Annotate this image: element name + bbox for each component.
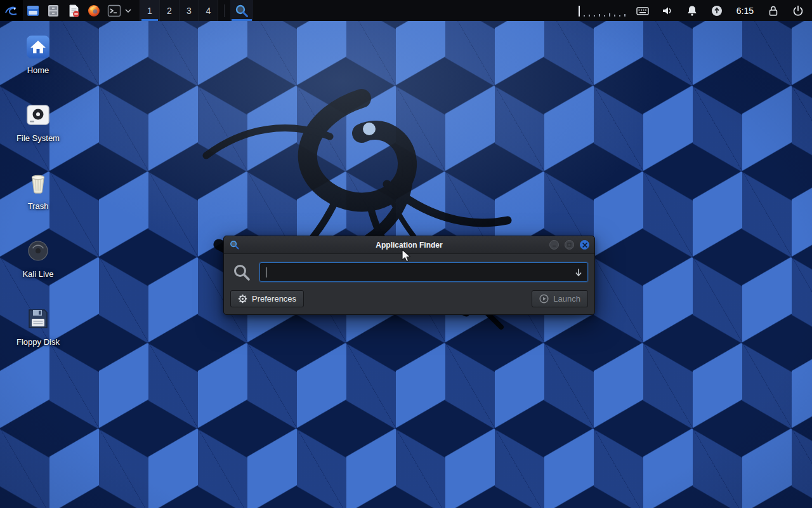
desktop-icon-column: Home File System Trash Kali Live <box>8 33 69 347</box>
minimize-icon <box>552 243 556 247</box>
top-panel: 1 2 3 4 <box>0 0 812 21</box>
bell-icon[interactable] <box>684 2 700 19</box>
floppy-icon <box>24 305 52 333</box>
launcher-menu-caret[interactable] <box>124 2 132 19</box>
panel-right: 6:15 <box>579 0 812 21</box>
taskbar-app-finder[interactable] <box>230 0 253 21</box>
launch-label: Launch <box>553 294 580 304</box>
kali-menu-button[interactable] <box>0 0 23 21</box>
workspace-switcher: 1 2 3 4 <box>140 0 218 21</box>
preferences-button[interactable]: Preferences <box>230 290 304 307</box>
file-manager-icon <box>46 4 60 18</box>
desktop-icon-label: Kali Live <box>22 269 53 279</box>
launch-button[interactable]: Launch <box>532 290 588 307</box>
window-manager-icon <box>26 4 40 18</box>
desktop-icon-trash[interactable]: Trash <box>8 169 69 211</box>
desktop-icon-label: File System <box>16 133 60 143</box>
maximize-icon <box>567 243 572 247</box>
search-entry <box>259 262 588 282</box>
window-manager-launcher[interactable] <box>23 2 43 19</box>
titlebar-buttons <box>549 240 589 250</box>
keyboard-icon[interactable] <box>635 2 650 19</box>
panel-separator <box>224 4 225 17</box>
cpu-graph-icon[interactable] <box>579 3 625 18</box>
desktop-icon-kali-live[interactable]: Kali Live <box>8 237 69 279</box>
clock[interactable]: 6:15 <box>734 6 756 16</box>
text-editor-launcher[interactable] <box>64 2 83 19</box>
search-input[interactable] <box>260 263 587 281</box>
volume-icon[interactable] <box>660 2 675 19</box>
text-editor-icon <box>67 4 81 18</box>
power-icon[interactable] <box>790 2 806 19</box>
terminal-icon <box>107 4 121 18</box>
history-dropdown-button[interactable] <box>573 267 584 277</box>
kali-live-icon <box>24 237 52 265</box>
app-finder-icon <box>234 3 249 18</box>
workspace-4[interactable]: 4 <box>199 0 218 21</box>
workspace-1[interactable]: 1 <box>140 0 159 21</box>
window-app-finder-icon <box>229 239 240 250</box>
panel-left: 1 2 3 4 <box>0 0 253 21</box>
trash-icon <box>24 169 52 197</box>
lock-icon[interactable] <box>766 2 781 19</box>
search-icon <box>232 263 251 282</box>
button-row: Preferences Launch <box>224 287 594 314</box>
launch-icon <box>539 294 549 304</box>
home-icon <box>24 33 52 61</box>
updates-icon[interactable] <box>709 2 724 19</box>
close-button[interactable] <box>580 240 589 250</box>
minimize-button[interactable] <box>549 240 559 250</box>
desktop-icon-label: Home <box>27 65 49 75</box>
maximize-button[interactable] <box>565 240 574 250</box>
application-finder-window: Application Finder <box>223 236 595 315</box>
close-icon <box>582 243 587 248</box>
kali-menu-icon <box>4 3 19 18</box>
workspace-2[interactable]: 2 <box>159 0 179 21</box>
window-title: Application Finder <box>224 241 594 250</box>
gear-icon <box>238 294 247 304</box>
terminal-launcher[interactable] <box>105 2 124 19</box>
desktop-icon-file-system[interactable]: File System <box>8 101 69 143</box>
titlebar[interactable]: Application Finder <box>224 236 594 254</box>
workspace-3[interactable]: 3 <box>179 0 199 21</box>
desktop-icon-label: Floppy Disk <box>16 337 60 347</box>
desktop-icon-home[interactable]: Home <box>8 33 69 75</box>
arrow-down-icon <box>573 267 584 277</box>
firefox-launcher[interactable] <box>84 2 103 19</box>
desktop-icon-label: Trash <box>28 201 49 211</box>
dropdown-caret-icon <box>125 8 131 13</box>
search-row <box>224 254 594 287</box>
filesystem-icon <box>24 101 52 129</box>
firefox-icon <box>87 4 101 18</box>
file-manager-launcher[interactable] <box>44 2 63 19</box>
desktop-icon-floppy-disk[interactable]: Floppy Disk <box>8 305 69 347</box>
preferences-label: Preferences <box>252 294 296 304</box>
